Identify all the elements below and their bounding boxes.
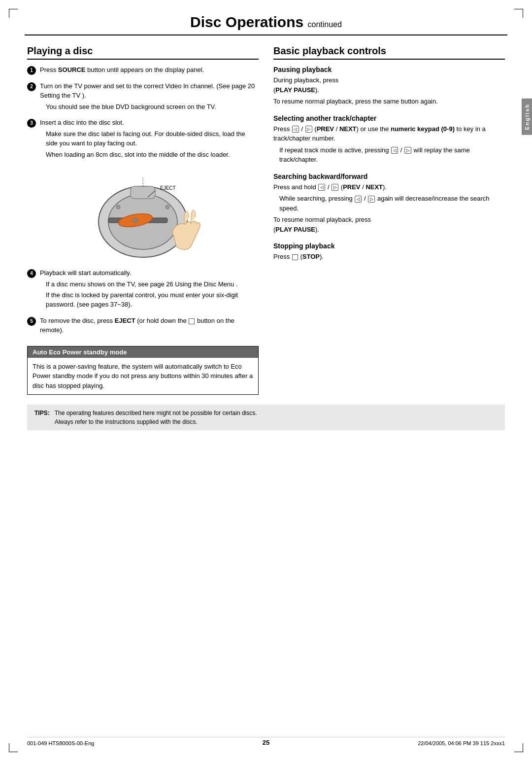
step-5-num: 5 xyxy=(27,317,36,326)
subsection-searching: Searching backward/forward Press and hol… xyxy=(273,173,505,235)
step-2-num: 2 xyxy=(27,82,36,91)
footer-right: 22/04/2005, 04:06 PM 39 115 2xxx1 xyxy=(418,740,505,746)
tips-line-2: Always refer to the instructions supplie… xyxy=(55,417,257,426)
selecting-title: Selecting another track/chapter xyxy=(273,114,505,122)
footer-left: 001-049 HTS8000S-00-Eng xyxy=(27,740,94,746)
tips-line-1: The operating features described here mi… xyxy=(55,409,257,417)
disc-image-area: EJECT xyxy=(27,168,259,263)
step-2-sub: You should see the blue DVD background s… xyxy=(40,103,259,112)
right-column: Basic playback controls Pausing playback… xyxy=(273,40,505,395)
corner-mark-br xyxy=(514,743,523,752)
svg-rect-7 xyxy=(131,186,155,199)
svg-point-5 xyxy=(116,205,120,209)
tips-label: TIPS: xyxy=(34,409,50,426)
page-wrapper: English Disc Operations continued Playin… xyxy=(0,0,532,761)
corner-mark-bl xyxy=(9,743,18,752)
step-4-sub2: If the disc is locked by parental contro… xyxy=(40,291,259,310)
pausing-title: Pausing playback xyxy=(273,66,505,73)
svg-point-6 xyxy=(166,205,169,209)
steps-list-2: 4 Playback will start automatically. If … xyxy=(27,269,259,337)
page-header: Disc Operations continued xyxy=(25,0,507,35)
step-3-content: Insert a disc into the disc slot. Make s… xyxy=(40,118,259,161)
step-1: 1 Press SOURCE button until appears on t… xyxy=(27,66,259,77)
english-tab: English xyxy=(522,99,532,135)
tips-content: The operating features described here mi… xyxy=(55,409,257,426)
step-2-content: Turn on the TV power and set to the corr… xyxy=(40,82,259,114)
subsection-selecting: Selecting another track/chapter Press ◁ … xyxy=(273,114,505,165)
corner-mark-tr xyxy=(514,9,523,18)
step-3-sub1: Make sure the disc label is facing out. … xyxy=(40,130,259,148)
step-4: 4 Playback will start automatically. If … xyxy=(27,269,259,311)
step-2-text: Turn on the TV power and set to the corr… xyxy=(40,82,259,101)
subsection-pausing: Pausing playback During playback, press(… xyxy=(273,66,505,106)
step-5: 5 To remove the disc, press EJECT (or ho… xyxy=(27,316,259,337)
stopping-p1: Press (STOP). xyxy=(273,252,505,262)
left-column: Playing a disc 1 Press SOURCE button unt… xyxy=(27,40,259,395)
searching-p1: Press and hold ◁ / ▷ (PREV / NEXT). xyxy=(273,182,505,192)
steps-list: 1 Press SOURCE button until appears on t… xyxy=(27,66,259,162)
searching-p3: To resume normal playback, press(PLAY PA… xyxy=(273,215,505,234)
stopping-title: Stopping playback xyxy=(273,242,505,250)
step-3-text: Insert a disc into the disc slot. xyxy=(40,118,259,128)
right-section-title: Basic playback controls xyxy=(273,45,505,60)
page-footer: 001-049 HTS8000S-00-Eng 22/04/2005, 04:0… xyxy=(27,737,505,746)
step-4-content: Playback will start automatically. If a … xyxy=(40,269,259,311)
eco-power-content: This is a power-saving feature, the syst… xyxy=(28,358,258,395)
step-4-sub1: If a disc menu shows on the TV, see page… xyxy=(40,280,259,289)
subsection-stopping: Stopping playback Press (STOP). xyxy=(273,242,505,262)
step-1-content: Press SOURCE button until appears on the… xyxy=(40,66,259,77)
eco-power-box: Auto Eco Power standby mode This is a po… xyxy=(27,346,259,395)
disc-illustration: EJECT xyxy=(84,168,202,261)
step-4-num: 4 xyxy=(27,269,36,278)
eco-power-title: Auto Eco Power standby mode xyxy=(28,346,258,358)
selecting-p2: If repeat track mode is active, pressing… xyxy=(273,145,505,165)
step-3: 3 Insert a disc into the disc slot. Make… xyxy=(27,118,259,161)
step-2: 2 Turn on the TV power and set to the co… xyxy=(27,82,259,114)
left-section-title: Playing a disc xyxy=(27,45,259,60)
content-area: Playing a disc 1 Press SOURCE button unt… xyxy=(0,40,532,395)
tips-area: TIPS: The operating features described h… xyxy=(27,405,505,430)
step-3-num: 3 xyxy=(27,119,36,128)
page-title: Disc Operations continued xyxy=(54,14,478,31)
searching-title: Searching backward/forward xyxy=(273,173,505,180)
searching-p2: While searching, pressing ◁ / ▷ again wi… xyxy=(273,194,505,213)
pausing-p1: During playback, press(PLAY PAUSE). xyxy=(273,75,505,95)
step-4-text: Playback will start automatically. xyxy=(40,269,259,278)
selecting-p1: Press ◁ / ▷ (PREV / NEXT) or use the num… xyxy=(273,124,505,143)
step-3-sub2: When loading an 8cm disc, slot into the … xyxy=(40,150,259,160)
corner-mark-tl xyxy=(9,9,18,18)
step-5-content: To remove the disc, press EJECT (or hold… xyxy=(40,316,259,337)
step-1-text: Press SOURCE button until appears on the… xyxy=(40,66,259,75)
step-1-num: 1 xyxy=(27,66,36,75)
step-5-text: To remove the disc, press EJECT (or hold… xyxy=(40,316,259,335)
pausing-p2: To resume normal playback, press the sam… xyxy=(273,97,505,106)
eject-label: EJECT xyxy=(160,185,176,191)
